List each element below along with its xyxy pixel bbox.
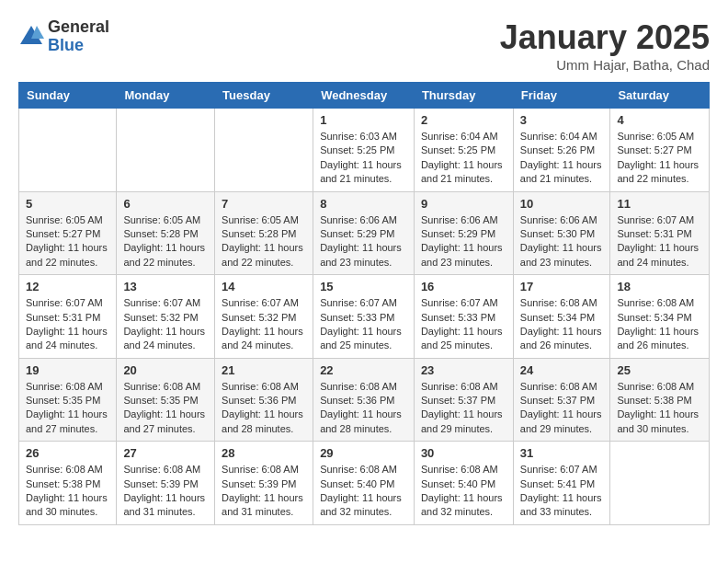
calendar-empty-cell bbox=[19, 109, 117, 192]
weekday-header-row: SundayMondayTuesdayWednesdayThursdayFrid… bbox=[19, 83, 710, 109]
day-number: 31 bbox=[520, 446, 604, 460]
day-number: 21 bbox=[222, 363, 306, 377]
weekday-header-tuesday: Tuesday bbox=[215, 83, 313, 109]
day-number: 5 bbox=[26, 197, 109, 211]
calendar-day-cell: 4Sunrise: 6:05 AMSunset: 5:27 PMDaylight… bbox=[610, 109, 710, 192]
calendar-day-cell: 27Sunrise: 6:08 AMSunset: 5:39 PMDayligh… bbox=[117, 442, 215, 525]
calendar-day-cell: 28Sunrise: 6:08 AMSunset: 5:39 PMDayligh… bbox=[215, 442, 313, 525]
day-info: Sunrise: 6:07 AMSunset: 5:41 PMDaylight:… bbox=[520, 463, 604, 520]
day-number: 8 bbox=[320, 197, 407, 211]
day-number: 3 bbox=[520, 113, 604, 127]
location: Umm Hajar, Batha, Chad bbox=[500, 57, 710, 73]
day-info: Sunrise: 6:08 AMSunset: 5:36 PMDaylight:… bbox=[320, 380, 407, 437]
day-info: Sunrise: 6:04 AMSunset: 5:25 PMDaylight:… bbox=[421, 130, 506, 187]
day-number: 28 bbox=[222, 446, 306, 460]
day-info: Sunrise: 6:05 AMSunset: 5:28 PMDaylight:… bbox=[222, 213, 306, 270]
calendar-day-cell: 14Sunrise: 6:07 AMSunset: 5:32 PMDayligh… bbox=[215, 275, 313, 359]
calendar-week-row: 19Sunrise: 6:08 AMSunset: 5:35 PMDayligh… bbox=[19, 358, 710, 442]
day-number: 26 bbox=[26, 446, 109, 460]
day-info: Sunrise: 6:07 AMSunset: 5:32 PMDaylight:… bbox=[123, 296, 208, 353]
calendar-day-cell: 21Sunrise: 6:08 AMSunset: 5:36 PMDayligh… bbox=[215, 358, 313, 442]
day-info: Sunrise: 6:08 AMSunset: 5:39 PMDaylight:… bbox=[123, 463, 208, 520]
calendar-day-cell: 24Sunrise: 6:08 AMSunset: 5:37 PMDayligh… bbox=[513, 358, 610, 442]
day-info: Sunrise: 6:07 AMSunset: 5:32 PMDaylight:… bbox=[222, 296, 306, 353]
calendar-empty-cell bbox=[610, 442, 710, 525]
day-number: 10 bbox=[520, 197, 604, 211]
day-number: 15 bbox=[320, 280, 407, 293]
calendar-day-cell: 13Sunrise: 6:07 AMSunset: 5:32 PMDayligh… bbox=[117, 275, 215, 359]
calendar-day-cell: 20Sunrise: 6:08 AMSunset: 5:35 PMDayligh… bbox=[117, 358, 215, 442]
day-number: 1 bbox=[320, 113, 407, 127]
weekday-header-friday: Friday bbox=[513, 83, 610, 109]
day-number: 9 bbox=[421, 197, 506, 211]
logo-icon bbox=[18, 24, 44, 50]
calendar-week-row: 26Sunrise: 6:08 AMSunset: 5:38 PMDayligh… bbox=[19, 442, 710, 525]
calendar-day-cell: 31Sunrise: 6:07 AMSunset: 5:41 PMDayligh… bbox=[513, 442, 610, 525]
month-title: January 2025 bbox=[500, 18, 710, 57]
day-number: 17 bbox=[520, 280, 604, 293]
day-info: Sunrise: 6:03 AMSunset: 5:25 PMDaylight:… bbox=[320, 130, 407, 187]
calendar-day-cell: 9Sunrise: 6:06 AMSunset: 5:29 PMDaylight… bbox=[414, 191, 513, 275]
calendar-day-cell: 8Sunrise: 6:06 AMSunset: 5:29 PMDaylight… bbox=[313, 191, 415, 275]
weekday-header-thursday: Thursday bbox=[414, 83, 513, 109]
day-info: Sunrise: 6:06 AMSunset: 5:29 PMDaylight:… bbox=[320, 213, 407, 270]
day-number: 2 bbox=[421, 113, 506, 127]
calendar-day-cell: 29Sunrise: 6:08 AMSunset: 5:40 PMDayligh… bbox=[313, 442, 415, 525]
calendar-week-row: 12Sunrise: 6:07 AMSunset: 5:31 PMDayligh… bbox=[19, 275, 710, 359]
calendar-day-cell: 15Sunrise: 6:07 AMSunset: 5:33 PMDayligh… bbox=[313, 275, 415, 359]
calendar-day-cell: 22Sunrise: 6:08 AMSunset: 5:36 PMDayligh… bbox=[313, 358, 415, 442]
day-info: Sunrise: 6:08 AMSunset: 5:34 PMDaylight:… bbox=[617, 296, 702, 353]
day-number: 18 bbox=[617, 280, 702, 293]
day-info: Sunrise: 6:08 AMSunset: 5:37 PMDaylight:… bbox=[520, 380, 604, 437]
calendar-empty-cell bbox=[117, 109, 215, 192]
day-number: 19 bbox=[26, 363, 109, 377]
calendar-week-row: 5Sunrise: 6:05 AMSunset: 5:27 PMDaylight… bbox=[19, 191, 710, 275]
day-number: 29 bbox=[320, 446, 407, 460]
day-number: 27 bbox=[123, 446, 208, 460]
weekday-header-monday: Monday bbox=[117, 83, 215, 109]
day-info: Sunrise: 6:07 AMSunset: 5:33 PMDaylight:… bbox=[320, 296, 407, 353]
calendar-table: SundayMondayTuesdayWednesdayThursdayFrid… bbox=[18, 82, 710, 525]
day-info: Sunrise: 6:08 AMSunset: 5:35 PMDaylight:… bbox=[123, 380, 208, 437]
logo-text: General Blue bbox=[48, 18, 109, 55]
day-number: 30 bbox=[421, 446, 506, 460]
weekday-header-wednesday: Wednesday bbox=[313, 83, 415, 109]
day-info: Sunrise: 6:08 AMSunset: 5:38 PMDaylight:… bbox=[617, 380, 702, 437]
day-info: Sunrise: 6:04 AMSunset: 5:26 PMDaylight:… bbox=[520, 130, 604, 187]
calendar-day-cell: 30Sunrise: 6:08 AMSunset: 5:40 PMDayligh… bbox=[414, 442, 513, 525]
day-number: 22 bbox=[320, 363, 407, 377]
weekday-header-sunday: Sunday bbox=[19, 83, 117, 109]
day-info: Sunrise: 6:08 AMSunset: 5:40 PMDaylight:… bbox=[320, 463, 407, 520]
logo: General Blue bbox=[18, 18, 109, 55]
day-info: Sunrise: 6:08 AMSunset: 5:36 PMDaylight:… bbox=[222, 380, 306, 437]
calendar-day-cell: 3Sunrise: 6:04 AMSunset: 5:26 PMDaylight… bbox=[513, 109, 610, 192]
day-info: Sunrise: 6:06 AMSunset: 5:30 PMDaylight:… bbox=[520, 213, 604, 270]
day-info: Sunrise: 6:08 AMSunset: 5:40 PMDaylight:… bbox=[421, 463, 506, 520]
day-info: Sunrise: 6:05 AMSunset: 5:27 PMDaylight:… bbox=[617, 130, 702, 187]
day-info: Sunrise: 6:08 AMSunset: 5:35 PMDaylight:… bbox=[26, 380, 109, 437]
day-info: Sunrise: 6:06 AMSunset: 5:29 PMDaylight:… bbox=[421, 213, 506, 270]
day-number: 11 bbox=[617, 197, 702, 211]
day-number: 12 bbox=[26, 280, 109, 293]
day-info: Sunrise: 6:05 AMSunset: 5:28 PMDaylight:… bbox=[123, 213, 208, 270]
calendar-day-cell: 6Sunrise: 6:05 AMSunset: 5:28 PMDaylight… bbox=[117, 191, 215, 275]
day-number: 14 bbox=[222, 280, 306, 293]
calendar-day-cell: 7Sunrise: 6:05 AMSunset: 5:28 PMDaylight… bbox=[215, 191, 313, 275]
day-number: 23 bbox=[421, 363, 506, 377]
day-number: 25 bbox=[617, 363, 702, 377]
calendar-day-cell: 23Sunrise: 6:08 AMSunset: 5:37 PMDayligh… bbox=[414, 358, 513, 442]
day-number: 20 bbox=[123, 363, 208, 377]
logo-general: General bbox=[48, 18, 109, 37]
calendar-day-cell: 12Sunrise: 6:07 AMSunset: 5:31 PMDayligh… bbox=[19, 275, 117, 359]
day-info: Sunrise: 6:07 AMSunset: 5:31 PMDaylight:… bbox=[26, 296, 109, 353]
day-info: Sunrise: 6:07 AMSunset: 5:31 PMDaylight:… bbox=[617, 213, 702, 270]
weekday-header-saturday: Saturday bbox=[610, 83, 710, 109]
day-number: 16 bbox=[421, 280, 506, 293]
calendar-day-cell: 26Sunrise: 6:08 AMSunset: 5:38 PMDayligh… bbox=[19, 442, 117, 525]
calendar-week-row: 1Sunrise: 6:03 AMSunset: 5:25 PMDaylight… bbox=[19, 109, 710, 192]
day-number: 7 bbox=[222, 197, 306, 211]
day-info: Sunrise: 6:08 AMSunset: 5:34 PMDaylight:… bbox=[520, 296, 604, 353]
page-header: General Blue January 2025 Umm Hajar, Bat… bbox=[18, 18, 710, 73]
day-info: Sunrise: 6:07 AMSunset: 5:33 PMDaylight:… bbox=[421, 296, 506, 353]
day-info: Sunrise: 6:08 AMSunset: 5:39 PMDaylight:… bbox=[222, 463, 306, 520]
